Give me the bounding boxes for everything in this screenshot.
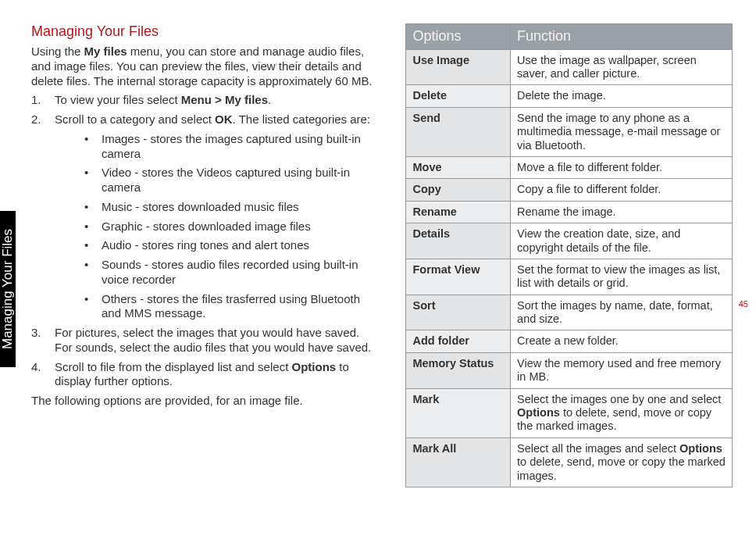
function-cell: Set the format to view the images as lis… bbox=[511, 259, 733, 295]
option-cell: Sort bbox=[406, 295, 511, 330]
step-1: To view your files select Menu > My file… bbox=[31, 93, 374, 108]
function-cell: Create a new folder. bbox=[511, 330, 733, 352]
function-cell: Rename the image. bbox=[511, 201, 733, 223]
option-cell: Copy bbox=[406, 179, 511, 201]
text: Scroll to a category and select bbox=[55, 112, 215, 126]
text: Select all the images and select bbox=[517, 442, 679, 455]
categories-list: Images - stores the images captured usin… bbox=[78, 132, 374, 321]
table-header-row: Options Function bbox=[406, 24, 733, 50]
text: Scroll to file from the displayed list a… bbox=[55, 360, 291, 373]
table-row: MarkSelect the images one by one and sel… bbox=[406, 388, 733, 437]
text: . The listed categories are: bbox=[233, 112, 370, 126]
right-column: Options Function Use ImageUse the image … bbox=[405, 23, 733, 487]
side-tab-label: Managing Your Files bbox=[0, 229, 16, 349]
text: Using the bbox=[31, 45, 84, 58]
table-row: DetailsView the creation date, size, and… bbox=[406, 223, 733, 259]
page-number: 45 bbox=[739, 299, 748, 309]
table-row: DeleteDelete the image. bbox=[406, 85, 733, 107]
table-row: SendSend the image to any phone as a mul… bbox=[406, 107, 733, 156]
table-row: Mark AllSelect all the images and select… bbox=[406, 437, 733, 487]
bold-text: Options bbox=[517, 406, 560, 419]
table-row: Format ViewSet the format to view the im… bbox=[406, 259, 733, 295]
table-row: SortSort the images by name, date, forma… bbox=[406, 295, 733, 330]
function-cell: Use the image as wallpaper, screen saver… bbox=[511, 49, 733, 85]
list-item: Sounds - stores audio files recorded usi… bbox=[78, 258, 374, 287]
function-cell: Delete the image. bbox=[511, 85, 733, 107]
options-table: Options Function Use ImageUse the image … bbox=[405, 23, 733, 487]
option-cell: Add folder bbox=[406, 330, 511, 352]
table-row: MoveMove a file to different folder. bbox=[406, 156, 733, 178]
bold-text: Options bbox=[679, 442, 722, 455]
step-3: For pictures, select the images that you… bbox=[31, 326, 374, 355]
table-row: Add folderCreate a new folder. bbox=[406, 330, 733, 352]
list-item: Music - stores downloaded music files bbox=[78, 200, 374, 215]
option-cell: Delete bbox=[406, 85, 511, 107]
bold-text: OK bbox=[215, 112, 233, 126]
option-cell: Details bbox=[406, 223, 511, 259]
header-function: Function bbox=[511, 24, 733, 50]
option-cell: Memory Status bbox=[406, 352, 511, 388]
function-cell: View the memory used and free memory in … bbox=[511, 352, 733, 388]
list-item: Audio - stores ring tones and alert tone… bbox=[78, 238, 374, 253]
page-content: Managing Your Files Using the My files m… bbox=[0, 0, 756, 511]
text: To view your files select bbox=[55, 93, 181, 106]
table-body: Use ImageUse the image as wallpaper, scr… bbox=[406, 49, 733, 487]
option-cell: Rename bbox=[406, 201, 511, 223]
option-cell: Send bbox=[406, 107, 511, 156]
side-tab: Managing Your Files bbox=[0, 211, 16, 367]
text: to delete, send, move or copy the marked… bbox=[517, 455, 726, 481]
bold-text: My files bbox=[84, 45, 127, 58]
option-cell: Mark bbox=[406, 388, 511, 437]
left-column: Managing Your Files Using the My files m… bbox=[31, 23, 374, 487]
step-2: Scroll to a category and select OK. The … bbox=[31, 112, 374, 321]
text: . bbox=[268, 93, 271, 106]
option-cell: Mark All bbox=[406, 437, 511, 487]
section-heading: Managing Your Files bbox=[31, 23, 374, 40]
list-item: Others - stores the files trasferred usi… bbox=[78, 292, 374, 322]
function-cell: Copy a file to different folder. bbox=[511, 179, 733, 201]
header-options: Options bbox=[406, 24, 511, 50]
bold-text: Menu > My files bbox=[181, 93, 268, 106]
table-row: RenameRename the image. bbox=[406, 201, 733, 223]
table-row: CopyCopy a file to different folder. bbox=[406, 179, 733, 201]
function-cell: Send the image to any phone as a multime… bbox=[511, 107, 733, 156]
table-row: Use ImageUse the image as wallpaper, scr… bbox=[406, 49, 733, 85]
function-cell: Sort the images by name, date, format, a… bbox=[511, 295, 733, 330]
option-cell: Use Image bbox=[406, 49, 511, 85]
list-item: Images - stores the images captured usin… bbox=[78, 132, 374, 162]
option-cell: Format View bbox=[406, 259, 511, 295]
function-cell: Select the images one by one and select … bbox=[511, 388, 733, 437]
step-4: Scroll to file from the displayed list a… bbox=[31, 360, 374, 390]
table-row: Memory StatusView the memory used and fr… bbox=[406, 352, 733, 388]
list-item: Video - stores the Videos captured using… bbox=[78, 166, 374, 195]
outro-paragraph: The following options are provided, for … bbox=[31, 394, 374, 409]
bold-text: Options bbox=[291, 360, 336, 373]
function-cell: View the creation date, size, and copyri… bbox=[511, 223, 733, 259]
list-item: Graphic - stores downloaded image files bbox=[78, 220, 374, 234]
function-cell: Move a file to different folder. bbox=[511, 156, 733, 178]
option-cell: Move bbox=[406, 156, 511, 178]
steps-list: To view your files select Menu > My file… bbox=[31, 93, 374, 389]
text: Select the images one by one and select bbox=[517, 393, 721, 405]
function-cell: Select all the images and select Options… bbox=[511, 437, 733, 487]
intro-paragraph: Using the My files menu, you can store a… bbox=[31, 45, 374, 88]
